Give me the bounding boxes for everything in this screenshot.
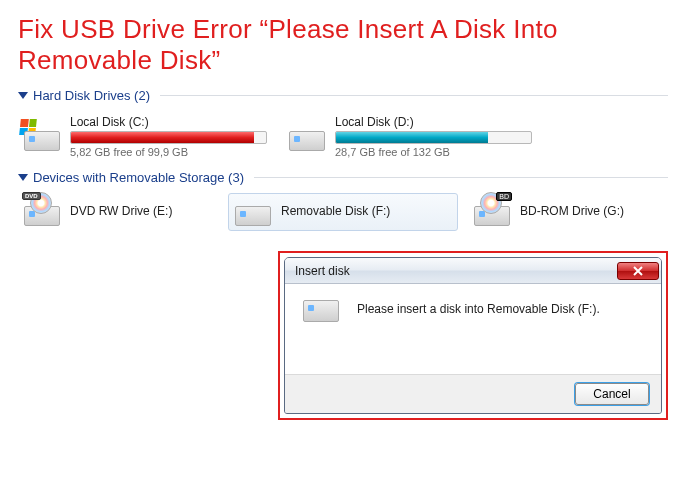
drive-name: DVD RW Drive (E:)	[70, 204, 212, 218]
drive-name: Local Disk (D:)	[335, 115, 532, 129]
drive-bd-rom[interactable]: BD BD-ROM Drive (G:)	[468, 193, 638, 231]
dialog-titlebar[interactable]: Insert disk	[285, 258, 661, 284]
drive-name: Removable Disk (F:)	[281, 204, 451, 218]
removable-drives-row: DVD DVD RW Drive (E:) Removable Disk (F:…	[18, 193, 668, 231]
dialog-body: Please insert a disk into Removable Disk…	[285, 284, 661, 374]
drive-dvd-rw[interactable]: DVD DVD RW Drive (E:)	[18, 193, 218, 231]
bd-badge-icon: BD	[496, 192, 512, 201]
section-header-hdd[interactable]: Hard Disk Drives (2)	[18, 88, 668, 103]
dialog-title: Insert disk	[295, 264, 617, 278]
hdd-drives-row: Local Disk (C:) 5,82 GB free of 99,9 GB …	[18, 111, 668, 162]
section-header-removable[interactable]: Devices with Removable Storage (3)	[18, 170, 668, 185]
removable-drive-icon	[235, 198, 271, 226]
dialog-highlight-frame: Insert disk Please insert a disk into Re…	[278, 251, 668, 420]
dialog-footer: Cancel	[285, 374, 661, 413]
page-title: Fix USB Drive Error “Please Insert A Dis…	[18, 14, 668, 76]
caret-down-icon	[18, 92, 28, 99]
hdd-icon	[24, 123, 60, 151]
capacity-bar	[70, 131, 267, 144]
insert-disk-dialog: Insert disk Please insert a disk into Re…	[284, 257, 662, 414]
drive-name: BD-ROM Drive (G:)	[520, 204, 632, 218]
close-button[interactable]	[617, 262, 659, 280]
section-title: Devices with Removable Storage (3)	[33, 170, 244, 185]
close-icon	[633, 266, 643, 276]
drive-stats: 28,7 GB free of 132 GB	[335, 146, 532, 158]
removable-drive-icon	[303, 300, 339, 362]
cancel-button[interactable]: Cancel	[575, 383, 649, 405]
dvd-badge-icon: DVD	[22, 192, 41, 200]
capacity-bar	[335, 131, 532, 144]
optical-drive-icon: BD	[474, 198, 510, 226]
section-title: Hard Disk Drives (2)	[33, 88, 150, 103]
dialog-message: Please insert a disk into Removable Disk…	[357, 300, 643, 362]
drive-local-d[interactable]: Local Disk (D:) 28,7 GB free of 132 GB	[283, 111, 538, 162]
divider	[254, 177, 668, 178]
optical-drive-icon: DVD	[24, 198, 60, 226]
divider	[160, 95, 668, 96]
hdd-icon	[289, 123, 325, 151]
drive-name: Local Disk (C:)	[70, 115, 267, 129]
drive-local-c[interactable]: Local Disk (C:) 5,82 GB free of 99,9 GB	[18, 111, 273, 162]
caret-down-icon	[18, 174, 28, 181]
drive-stats: 5,82 GB free of 99,9 GB	[70, 146, 267, 158]
drive-removable-f[interactable]: Removable Disk (F:)	[228, 193, 458, 231]
